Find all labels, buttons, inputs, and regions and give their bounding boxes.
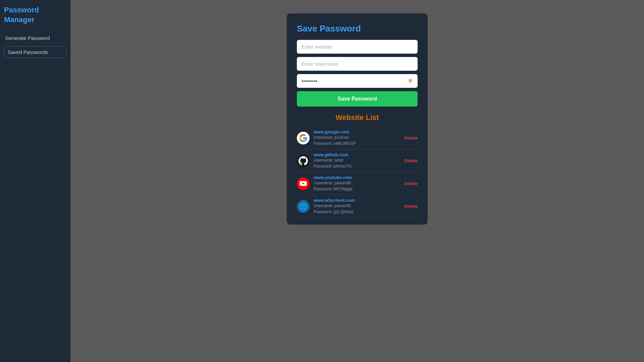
save-password-title: Save Password [297,23,418,34]
site-details: www.youtube.com Username: pawan89 Passwo… [314,175,400,192]
save-password-card: Save Password 👁 Save Password Website Li… [287,13,428,225]
delete-button[interactable]: Delete [405,204,418,209]
website-entry: www.github.com Username: adsd Password: … [297,149,418,172]
site-icon-w3school: 🌐 [297,200,310,213]
delete-button[interactable]: Delete [405,135,418,140]
main-content: Save Password 👁 Save Password Website Li… [70,0,644,362]
toggle-password-icon[interactable]: 👁 [408,77,414,84]
website-list: www.google.com Username: p1sirsat Passwo… [297,127,418,218]
delete-button[interactable]: Delete [405,158,418,163]
app-title: Password Manager [4,5,66,24]
site-url: www.github.com [314,152,400,157]
site-password: Password: pIKmeiTG [314,163,400,169]
site-details: www.w3school.com Username: pawan56 Passw… [314,198,400,215]
site-details: www.google.com Username: p1sirsat Passwo… [314,129,400,146]
site-username: Username: pawan56 [314,203,400,209]
password-wrapper: 👁 [297,74,418,88]
website-input[interactable] [297,40,418,54]
website-list-title: Website List [297,113,418,122]
site-details: www.github.com Username: adsd Password: … [314,152,400,169]
site-url: www.google.com [314,129,400,134]
sidebar-item-generate[interactable]: Generate Password [4,33,66,44]
site-icon-google [297,132,310,144]
website-entry: www.google.com Username: p1sirsat Passwo… [297,127,418,149]
site-password: Password: oMKzWGSF [314,140,400,146]
site-url: www.w3school.com [314,198,400,203]
site-username: Username: pawan89 [314,180,400,186]
website-entry: www.youtube.com Username: pawan89 Passwo… [297,172,418,195]
username-input[interactable] [297,57,418,71]
site-icon-github [297,155,310,167]
site-icon-youtube [297,177,310,190]
delete-button[interactable]: Delete [405,181,418,186]
site-password: Password: gZLQbNaq [314,209,400,215]
site-username: Username: adsd [314,157,400,163]
website-entry: 🌐 www.w3school.com Username: pawan56 Pas… [297,195,418,218]
password-input[interactable] [297,74,418,88]
site-url: www.youtube.com [314,175,400,180]
save-password-button[interactable]: Save Password [297,91,418,107]
site-username: Username: p1sirsat [314,134,400,140]
sidebar-item-saved[interactable]: Saved Passwords [4,46,66,58]
sidebar: Password Manager Generate Password Saved… [0,0,70,362]
site-password: Password: MOYldygd [314,186,400,192]
